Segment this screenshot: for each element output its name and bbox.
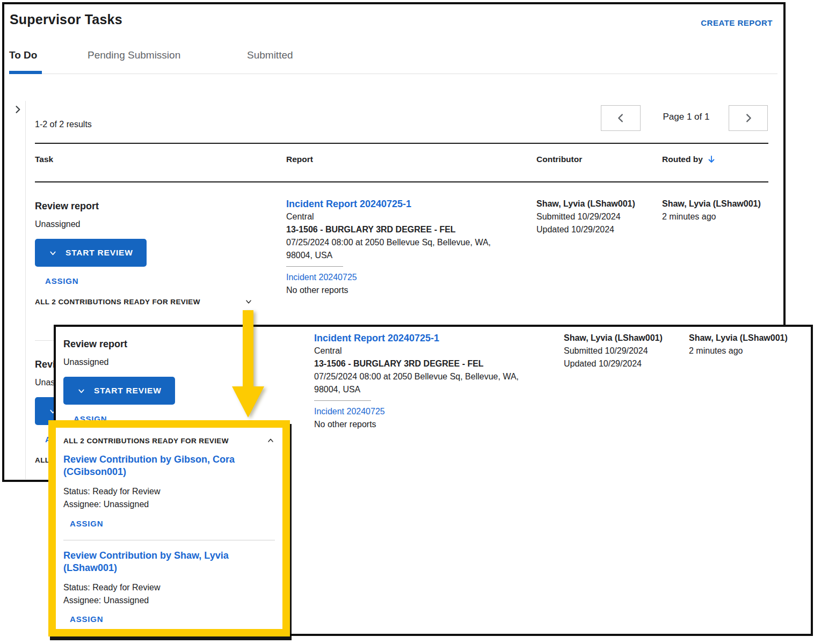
contributions-panel: ALL 2 CONTRIBUTIONS READY FOR REVIEW Rev… — [56, 428, 282, 629]
contributor-submitted: Submitted 10/29/2024 — [564, 345, 687, 357]
tabs-divider — [9, 74, 777, 74]
report-cell: Incident Report 20240725-1 Central 13-15… — [286, 197, 501, 297]
routed-by-cell: Shaw, Lyvia (LShaw001) 2 minutes ago — [662, 197, 786, 223]
column-header-task: Task — [35, 155, 53, 164]
assign-link[interactable]: ASSIGN — [70, 614, 103, 624]
contributor-name: Shaw, Lyvia (LShaw001) — [564, 332, 687, 345]
assign-link[interactable]: ASSIGN — [70, 519, 103, 528]
report-divider — [314, 400, 371, 401]
chevron-down-icon — [77, 386, 86, 396]
callout-arrow-icon — [228, 306, 271, 421]
routed-by-time: 2 minutes ago — [662, 210, 786, 223]
page-title: Supervisor Tasks — [10, 12, 122, 27]
routed-by-name: Shaw, Lyvia (LShaw001) — [689, 332, 812, 345]
tab-submitted[interactable]: Submitted — [247, 49, 293, 61]
report-title-link[interactable]: Incident Report 20240725-1 — [286, 197, 411, 210]
table-top-rule — [35, 143, 768, 144]
report-offense: 13-1506 - BURGLARY 3RD DEGREE - FEL — [286, 223, 501, 236]
task-title: Review report — [35, 200, 253, 212]
assign-link[interactable]: ASSIGN — [45, 276, 78, 286]
contributor-cell: Shaw, Lyvia (LShaw001) Submitted 10/29/2… — [564, 332, 687, 370]
chevron-down-icon — [48, 248, 57, 258]
contributions-toggle-expanded[interactable]: ALL 2 CONTRIBUTIONS READY FOR REVIEW — [63, 436, 275, 445]
start-review-label: START REVIEW — [94, 386, 162, 396]
incident-link[interactable]: Incident 20240725 — [314, 405, 385, 418]
report-offense: 13-1506 - BURGLARY 3RD DEGREE - FEL — [314, 357, 529, 370]
routed-by-time: 2 minutes ago — [689, 345, 812, 357]
contribution-status: Status: Ready for Review — [63, 485, 275, 498]
report-divider — [286, 266, 343, 267]
tab-pending-submission[interactable]: Pending Submission — [88, 49, 180, 61]
start-review-label: START REVIEW — [66, 248, 133, 258]
task-assignee: Unassigned — [35, 219, 253, 229]
report-station: Central — [314, 345, 529, 357]
chevron-right-icon — [12, 104, 23, 115]
rail-divider — [25, 101, 26, 479]
report-title-link[interactable]: Incident Report 20240725-1 — [314, 332, 439, 345]
results-summary: 1-2 of 2 results — [35, 120, 92, 129]
routed-by-label: Routed by — [662, 155, 703, 164]
review-contribution-link[interactable]: Review Contribution by Shaw, Lyvia (LSha… — [63, 550, 267, 574]
contribution-status: Status: Ready for Review — [63, 581, 275, 594]
contributor-updated: Updated 10/29/2024 — [536, 223, 660, 236]
report-other: No other reports — [314, 418, 529, 431]
contributions-toggle-label: ALL 2 CONTRIBUTIONS READY FOR REVIEW — [35, 298, 200, 306]
report-when-where: 07/25/2024 08:00 at 2050 Bellevue Sq, Be… — [286, 236, 501, 262]
report-station: Central — [286, 210, 501, 223]
report-cell: Incident Report 20240725-1 Central 13-15… — [314, 332, 529, 431]
contribution-assignee: Assignee: Unassigned — [63, 594, 275, 607]
contributor-cell: Shaw, Lyvia (LShaw001) Submitted 10/29/2… — [536, 197, 660, 236]
routed-by-cell: Shaw, Lyvia (LShaw001) 2 minutes ago — [689, 332, 812, 357]
review-contribution-link[interactable]: Review Contribution by Gibson, Cora (CGi… — [63, 453, 267, 478]
contributions-highlight-box: ALL 2 CONTRIBUTIONS READY FOR REVIEW Rev… — [48, 420, 290, 636]
contributor-updated: Updated 10/29/2024 — [564, 357, 687, 370]
next-page-button[interactable] — [729, 105, 768, 131]
screenshot-stage: Supervisor Tasks CREATE REPORT To Do Pen… — [0, 0, 814, 644]
contribution-divider — [63, 540, 275, 540]
chevron-right-icon — [743, 112, 754, 124]
contribution-assignee: Assignee: Unassigned — [63, 498, 275, 511]
create-report-button[interactable]: CREATE REPORT — [701, 18, 773, 27]
table-header-rule — [35, 181, 768, 182]
start-review-button[interactable]: START REVIEW — [63, 377, 175, 405]
expand-panel-button[interactable] — [12, 104, 23, 115]
chevron-down-icon — [244, 297, 253, 306]
sort-descending-icon — [707, 155, 716, 164]
task-cell: Review report Unassigned START REVIEW AS… — [35, 200, 253, 306]
chevron-left-icon — [615, 112, 627, 124]
contributor-submitted: Submitted 10/29/2024 — [536, 210, 660, 223]
start-review-button[interactable]: START REVIEW — [35, 239, 147, 267]
column-header-routed-by[interactable]: Routed by — [662, 155, 716, 164]
contributions-toggle[interactable]: ALL 2 CONTRIBUTIONS READY FOR REVIEW — [35, 297, 253, 306]
incident-link[interactable]: Incident 20240725 — [286, 271, 357, 284]
chevron-up-icon — [266, 436, 275, 445]
column-header-contributor: Contributor — [536, 155, 582, 164]
page-indicator: Page 1 of 1 — [646, 112, 726, 122]
tab-to-do[interactable]: To Do — [9, 49, 37, 61]
contributor-name: Shaw, Lyvia (LShaw001) — [536, 197, 660, 210]
contributions-toggle-label: ALL 2 CONTRIBUTIONS READY FOR REVIEW — [63, 437, 229, 445]
routed-by-name: Shaw, Lyvia (LShaw001) — [662, 197, 786, 210]
column-header-report: Report — [286, 155, 313, 164]
report-other: No other reports — [286, 284, 501, 297]
active-tab-indicator — [9, 71, 42, 74]
report-when-where: 07/25/2024 08:00 at 2050 Bellevue Sq, Be… — [314, 370, 529, 396]
previous-page-button[interactable] — [601, 105, 641, 131]
